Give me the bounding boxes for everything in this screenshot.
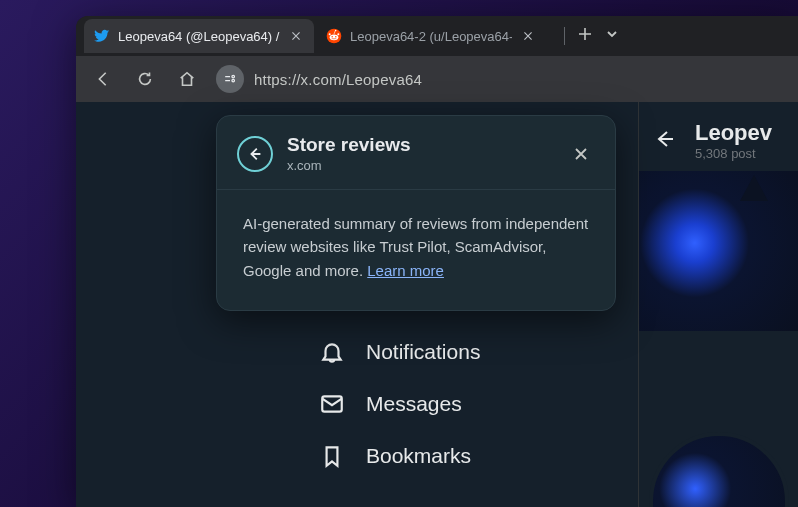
popover-title: Store reviews: [287, 134, 411, 156]
bookmark-icon: [318, 442, 346, 470]
profile-column: Leopev 5,308 post: [638, 102, 798, 507]
svg-point-6: [335, 30, 337, 32]
svg-point-1: [330, 34, 339, 40]
learn-more-link[interactable]: Learn more: [367, 262, 444, 279]
nav-bookmarks[interactable]: Bookmarks: [318, 442, 636, 470]
nav-notifications[interactable]: Notifications: [318, 338, 636, 366]
popover-body: AI-generated summary of reviews from ind…: [217, 190, 615, 310]
profile-banner: [639, 171, 798, 331]
profile-info: Leopev 5,308 post: [695, 120, 772, 161]
svg-point-7: [232, 75, 235, 78]
svg-point-4: [337, 33, 339, 35]
avatar[interactable]: [649, 432, 789, 507]
profile-name: Leopev: [695, 120, 772, 146]
tab-title: Leopeva64-2 (u/Leopeva64-2) -: [350, 29, 512, 44]
bell-icon: [318, 338, 346, 366]
tab-bar: Leopeva64 (@Leopeva64) / Twi Leopeva64-2…: [76, 16, 798, 56]
profile-header: Leopev 5,308 post: [639, 102, 798, 161]
tab-actions: [548, 26, 619, 46]
address-bar[interactable]: https://x.com/Leopeva64: [212, 62, 788, 96]
popover-back-button[interactable]: [237, 136, 273, 172]
store-reviews-popover: Store reviews x.com AI-generated summary…: [216, 115, 616, 311]
url-text: https://x.com/Leopeva64: [254, 71, 422, 88]
envelope-icon: [318, 390, 346, 418]
popover-subtitle: x.com: [287, 158, 411, 173]
chevron-down-icon[interactable]: [605, 27, 619, 45]
popover-header: Store reviews x.com: [217, 116, 615, 189]
twitter-icon: [94, 28, 110, 44]
svg-point-2: [331, 36, 332, 37]
nav-label: Messages: [366, 392, 462, 416]
new-tab-icon[interactable]: [577, 26, 593, 46]
nav-label: Notifications: [366, 340, 480, 364]
profile-posts: 5,308 post: [695, 146, 772, 161]
back-button[interactable]: [86, 62, 120, 96]
close-icon[interactable]: [567, 140, 595, 168]
nav-messages[interactable]: Messages: [318, 390, 636, 418]
tab-divider: [564, 27, 565, 45]
close-icon[interactable]: [520, 28, 536, 44]
cat-ear-shape: [740, 175, 768, 201]
nav-label: Bookmarks: [366, 444, 471, 468]
close-icon[interactable]: [288, 28, 304, 44]
site-info-icon[interactable]: [216, 65, 244, 93]
tab-reddit[interactable]: Leopeva64-2 (u/Leopeva64-2) -: [316, 19, 546, 53]
reload-button[interactable]: [128, 62, 162, 96]
tab-twitter[interactable]: Leopeva64 (@Leopeva64) / Twi: [84, 19, 314, 53]
tab-title: Leopeva64 (@Leopeva64) / Twi: [118, 29, 280, 44]
svg-point-5: [329, 33, 331, 35]
home-button[interactable]: [170, 62, 204, 96]
toolbar: https://x.com/Leopeva64: [76, 56, 798, 102]
popover-titles: Store reviews x.com: [287, 134, 411, 173]
reddit-icon: [326, 28, 342, 44]
svg-point-3: [335, 36, 336, 37]
back-arrow-icon[interactable]: [653, 129, 673, 153]
svg-point-8: [232, 79, 235, 82]
